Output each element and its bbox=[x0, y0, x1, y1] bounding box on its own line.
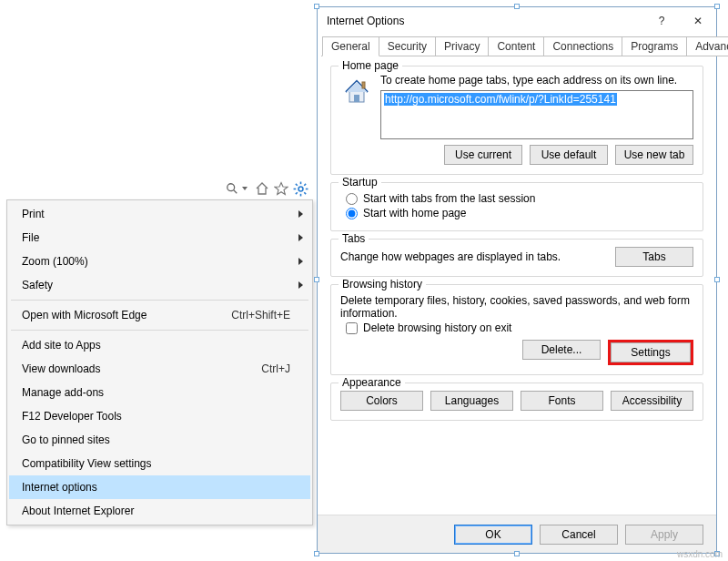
tab-security[interactable]: Security bbox=[379, 36, 436, 56]
help-button[interactable]: ? bbox=[643, 7, 680, 35]
menu-item[interactable]: File bbox=[9, 226, 310, 250]
colors-button[interactable]: Colors bbox=[340, 391, 423, 411]
menu-item-label: View downloads bbox=[22, 362, 261, 375]
use-new-tab-button[interactable]: Use new tab bbox=[615, 145, 693, 165]
menu-item-label: Add site to Apps bbox=[22, 339, 290, 352]
group-label: Appearance bbox=[339, 376, 405, 389]
selection-handle bbox=[314, 277, 319, 282]
dialog-body: Home page To create home page tabs, type… bbox=[318, 56, 716, 515]
menu-separator bbox=[11, 300, 308, 301]
menu-item-label: Zoom (100%) bbox=[22, 255, 290, 268]
menu-item[interactable]: Safety bbox=[9, 273, 310, 297]
delete-on-exit-checkbox[interactable]: Delete browsing history on exit bbox=[340, 321, 693, 334]
menu-item-label: Safety bbox=[22, 279, 290, 291]
apply-button[interactable]: Apply bbox=[625, 525, 703, 545]
menu-item[interactable]: Go to pinned sites bbox=[9, 428, 310, 452]
radio-label: Start with tabs from the last session bbox=[363, 192, 535, 205]
svg-point-2 bbox=[298, 187, 303, 191]
search-icon bbox=[224, 180, 240, 197]
radio-input[interactable] bbox=[346, 208, 358, 219]
group-label: Browsing history bbox=[339, 278, 426, 291]
tab-privacy[interactable]: Privacy bbox=[435, 36, 489, 56]
group-label: Startup bbox=[339, 176, 381, 189]
accessibility-button[interactable]: Accessibility bbox=[611, 391, 693, 411]
use-default-button[interactable]: Use default bbox=[530, 145, 608, 165]
selection-handle bbox=[714, 4, 720, 9]
menu-item[interactable]: Manage add-ons bbox=[9, 381, 310, 404]
menu-item[interactable]: Add site to Apps bbox=[9, 333, 310, 357]
svg-point-0 bbox=[228, 184, 235, 191]
menu-item[interactable]: About Internet Explorer bbox=[9, 499, 310, 523]
menu-item-label: Manage add-ons bbox=[22, 386, 290, 399]
menu-item[interactable]: Internet options bbox=[9, 475, 310, 499]
tools-context-menu: PrintFileZoom (100%)SafetyOpen with Micr… bbox=[6, 199, 313, 525]
dialog-title: Internet Options bbox=[327, 15, 643, 27]
tab-programs[interactable]: Programs bbox=[622, 36, 687, 56]
cancel-button[interactable]: Cancel bbox=[540, 525, 618, 545]
group-home-page: Home page To create home page tabs, type… bbox=[330, 66, 703, 175]
menu-item-label: F12 Developer Tools bbox=[22, 410, 290, 423]
homepage-url-value: http://go.microsoft.com/fwlink/p/?LinkId… bbox=[384, 93, 617, 106]
menu-item[interactable]: Open with Microsoft EdgeCtrl+Shift+E bbox=[9, 303, 310, 327]
selection-handle bbox=[314, 551, 319, 556]
tabs-button[interactable]: Tabs bbox=[615, 247, 693, 267]
group-tabs: Tabs Change how webpages are displayed i… bbox=[330, 239, 703, 277]
gear-icon[interactable] bbox=[292, 180, 308, 197]
startup-home-page-radio[interactable]: Start with home page bbox=[340, 207, 693, 219]
settings-button-highlight: Settings bbox=[608, 340, 693, 365]
selection-handle bbox=[514, 4, 520, 9]
svg-line-10 bbox=[304, 183, 306, 185]
svg-line-7 bbox=[295, 183, 297, 185]
group-startup: Startup Start with tabs from the last se… bbox=[330, 182, 703, 231]
tab-connections[interactable]: Connections bbox=[543, 36, 622, 56]
dialog-footer: OK Cancel Apply bbox=[318, 515, 716, 553]
svg-rect-12 bbox=[354, 95, 359, 102]
menu-item[interactable]: Compatibility View settings bbox=[9, 452, 310, 475]
tab-general[interactable]: General bbox=[322, 36, 379, 56]
menu-item[interactable]: F12 Developer Tools bbox=[9, 404, 310, 428]
menu-item[interactable]: View downloadsCtrl+J bbox=[9, 357, 310, 381]
star-icon[interactable] bbox=[273, 180, 289, 197]
svg-line-9 bbox=[295, 192, 297, 194]
tab-content[interactable]: Content bbox=[488, 36, 544, 56]
history-text: Delete temporary files, history, cookies… bbox=[340, 294, 693, 320]
home-large-icon bbox=[340, 74, 373, 107]
svg-line-8 bbox=[304, 192, 306, 194]
delete-button[interactable]: Delete... bbox=[522, 340, 601, 360]
startup-last-session-radio[interactable]: Start with tabs from the last session bbox=[340, 192, 693, 205]
svg-rect-13 bbox=[362, 82, 365, 88]
checkbox-input[interactable] bbox=[346, 322, 358, 334]
browser-toolbar bbox=[181, 177, 308, 200]
chevron-down-icon bbox=[242, 187, 248, 190]
close-button[interactable]: ✕ bbox=[680, 7, 716, 35]
search-dropdown[interactable] bbox=[220, 178, 251, 199]
selection-handle bbox=[314, 4, 319, 9]
menu-item-label: Internet options bbox=[22, 481, 290, 494]
tab-advanced[interactable]: Advanced bbox=[686, 36, 728, 56]
languages-button[interactable]: Languages bbox=[430, 391, 513, 411]
menu-separator bbox=[11, 330, 308, 331]
menu-item[interactable]: Print bbox=[9, 202, 310, 226]
homepage-url-input[interactable]: http://go.microsoft.com/fwlink/p/?LinkId… bbox=[380, 90, 693, 139]
fonts-button[interactable]: Fonts bbox=[521, 391, 603, 411]
watermark: wsxdn.com bbox=[677, 549, 723, 559]
menu-item-label: Print bbox=[22, 208, 290, 220]
tabs-text: Change how webpages are displayed in tab… bbox=[340, 250, 606, 263]
menu-item-shortcut: Ctrl+J bbox=[261, 362, 290, 375]
group-browsing-history: Browsing history Delete temporary files,… bbox=[330, 284, 703, 375]
checkbox-label: Delete browsing history on exit bbox=[363, 321, 511, 334]
internet-options-dialog: Internet Options ? ✕ GeneralSecurityPriv… bbox=[317, 6, 717, 554]
ok-button[interactable]: OK bbox=[454, 525, 532, 545]
svg-line-1 bbox=[234, 190, 238, 194]
menu-item-label: Compatibility View settings bbox=[22, 457, 290, 470]
history-settings-button[interactable]: Settings bbox=[611, 342, 691, 362]
group-appearance: Appearance Colors Languages Fonts Access… bbox=[330, 382, 703, 421]
dialog-titlebar: Internet Options ? ✕ bbox=[318, 7, 716, 35]
use-current-button[interactable]: Use current bbox=[444, 145, 522, 165]
menu-item[interactable]: Zoom (100%) bbox=[9, 250, 310, 273]
dialog-tabs: GeneralSecurityPrivacyContentConnections… bbox=[318, 36, 716, 56]
group-label: Tabs bbox=[339, 232, 369, 245]
home-icon[interactable] bbox=[254, 180, 270, 197]
radio-input[interactable] bbox=[346, 193, 358, 205]
menu-item-label: About Internet Explorer bbox=[22, 505, 290, 517]
